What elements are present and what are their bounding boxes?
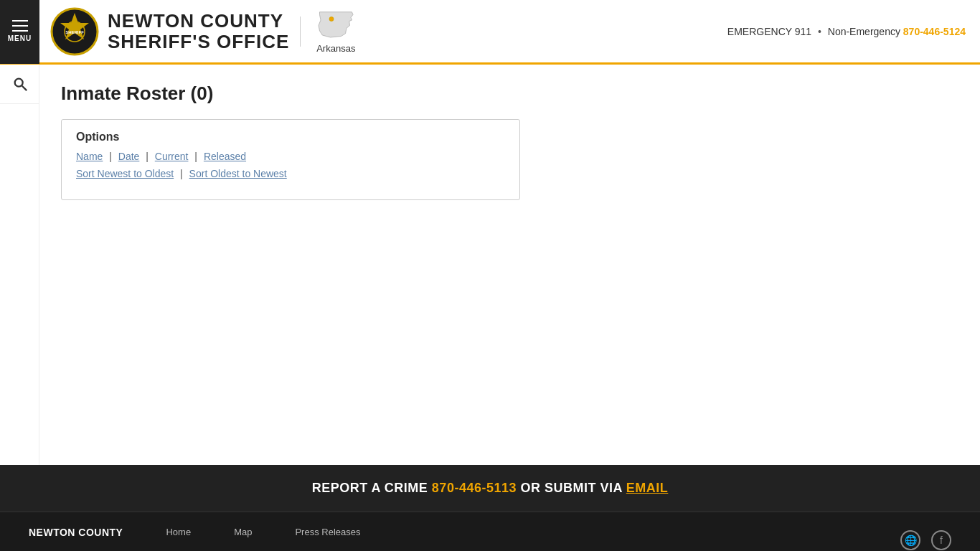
cta-email-link[interactable]: EMAIL	[626, 481, 669, 495]
footer-map-link[interactable]: Map	[234, 527, 252, 537]
search-icon	[12, 76, 28, 92]
sort-newest-link[interactable]: Sort Newest to Oldest	[76, 168, 174, 179]
footer-home-link[interactable]: Home	[166, 527, 191, 537]
org-name-line1: NEWTON COUNTY	[108, 11, 289, 32]
sort-oldest-link[interactable]: Sort Oldest to Newest	[189, 168, 287, 179]
cta-phone[interactable]: 870-446-5113	[432, 481, 517, 495]
footer-links-3: Press Releases	[295, 527, 360, 550]
name-link[interactable]: Name	[76, 151, 103, 162]
cta-text-middle: OR SUBMIT VIA	[517, 481, 626, 495]
page-title: Inmate Roster (0)	[61, 83, 958, 105]
footer-org: NEWTON COUNTY	[29, 527, 123, 550]
search-button[interactable]	[0, 65, 39, 104]
footer-org-name: NEWTON COUNTY	[29, 527, 123, 538]
footer-links-2: Map	[234, 527, 252, 550]
sidebar	[0, 65, 39, 465]
logo-link[interactable]: SHERIFF NEWTON COUNTY SHERIFF'S OFFICE	[39, 7, 300, 56]
filter-links-row: Name | Date | Current | Released	[76, 151, 505, 162]
page-wrapper: Inmate Roster (0) Options Name | Date | …	[0, 65, 980, 465]
main-content: Inmate Roster (0) Options Name | Date | …	[39, 65, 980, 465]
date-link[interactable]: Date	[118, 151, 140, 162]
footer-links-1: Home	[166, 527, 191, 550]
released-link[interactable]: Released	[204, 151, 246, 162]
options-heading: Options	[76, 131, 505, 143]
non-emergency-number: 870-446-5124	[903, 26, 966, 37]
state-map-area: Arkansas	[300, 9, 372, 54]
footer-cta: REPORT A CRIME 870-446-5113 OR SUBMIT VI…	[0, 465, 980, 512]
footer-press-releases-link[interactable]: Press Releases	[295, 527, 360, 537]
svg-point-5	[14, 79, 22, 87]
state-label: Arkansas	[316, 43, 355, 54]
hamburger-icon	[12, 20, 28, 32]
arkansas-map-icon	[314, 9, 357, 42]
emergency-label: EMERGENCY 911	[727, 26, 811, 37]
sort-links-row: Sort Newest to Oldest | Sort Oldest to N…	[76, 168, 505, 179]
svg-point-4	[329, 17, 334, 21]
footer-nav: NEWTON COUNTY Home Map Press Releases 🌐 …	[0, 512, 980, 551]
org-name-line2: SHERIFF'S OFFICE	[108, 32, 289, 52]
header: MENU SHERIFF NEWTON COUNTY SHERIFF'S OFF…	[0, 0, 980, 65]
cta-text-before: REPORT A CRIME	[312, 481, 432, 495]
non-emergency-label: Non-Emergency	[828, 26, 900, 37]
globe-icon[interactable]: 🌐	[900, 530, 920, 550]
svg-line-6	[22, 86, 26, 90]
options-box: Options Name | Date | Current | Released…	[61, 119, 520, 200]
separator: •	[818, 26, 824, 37]
current-link[interactable]: Current	[155, 151, 189, 162]
badge-icon: SHERIFF	[50, 7, 99, 56]
footer-icons: 🌐 f	[900, 527, 951, 550]
emergency-info: EMERGENCY 911 • Non-Emergency 870-446-51…	[727, 26, 980, 37]
org-name: NEWTON COUNTY SHERIFF'S OFFICE	[108, 11, 289, 52]
svg-text:SHERIFF: SHERIFF	[65, 30, 84, 34]
social-icon[interactable]: f	[931, 530, 951, 550]
menu-toggle[interactable]: MENU	[0, 0, 39, 64]
menu-label: MENU	[8, 34, 32, 42]
